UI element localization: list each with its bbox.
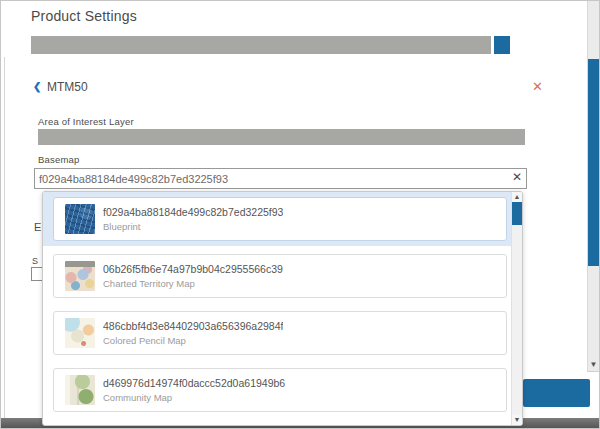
close-icon[interactable]: ✕ [532, 79, 543, 94]
charted-territory-thumbnail [65, 261, 95, 291]
basemap-label: Basemap [38, 154, 80, 165]
basemap-option-community[interactable]: d469976d14974f0daccc52d0a61949b6 Communi… [53, 368, 507, 412]
placeholder-accent-square [494, 36, 510, 54]
basemap-id: f029a4ba88184de499c82b7ed3225f93 [103, 206, 283, 218]
basemap-id: 486cbbf4d3e84402903a656396a2984f [103, 320, 283, 332]
colored-pencil-thumbnail [65, 318, 95, 348]
window-scrollbar: ▼ [587, 1, 599, 372]
basemap-input[interactable] [34, 168, 527, 189]
dropdown-scrollbar: ▲ ▼ [511, 192, 522, 425]
window-scrollbar-thumb[interactable] [588, 59, 599, 266]
basemap-name: Colored Pencil Map [103, 335, 283, 346]
primary-action-button[interactable] [523, 379, 590, 407]
product-settings-window: Product Settings ❮ MTM50 ✕ Area of Inter… [0, 0, 600, 429]
loading-placeholder-bar [31, 36, 491, 54]
basemap-dropdown-list: f029a4ba88184de499c82b7ed3225f93 Bluepri… [42, 191, 523, 426]
basemap-id: d469976d14974f0daccc52d0a61949b6 [103, 377, 285, 389]
obscured-field-label-fragment: E [34, 221, 41, 233]
page-title: Product Settings [31, 8, 137, 24]
aoi-layer-label: Area of Interest Layer [38, 116, 134, 127]
basemap-option-partial[interactable] [53, 425, 507, 426]
basemap-name: Charted Territory Map [103, 278, 283, 289]
aoi-layer-placeholder-bar [38, 129, 525, 145]
basemap-option-charted-territory[interactable]: 06b26f5fb6e74a97b9b04c2955566c39 Charted… [53, 254, 507, 298]
obscured-field-label-fragment: S [32, 256, 38, 266]
basemap-id: 06b26f5fb6e74a97b9b04c2955566c39 [103, 263, 283, 275]
window-scroll-down-icon[interactable]: ▼ [588, 360, 599, 370]
panel-title: MTM50 [47, 80, 88, 94]
back-chevron-icon[interactable]: ❮ [33, 81, 41, 92]
basemap-option-blueprint[interactable]: f029a4ba88184de499c82b7ed3225f93 Bluepri… [53, 197, 507, 241]
blueprint-thumbnail [65, 204, 95, 234]
basemap-name: Blueprint [103, 221, 283, 232]
community-thumbnail [65, 375, 95, 405]
basemap-option-colored-pencil[interactable]: 486cbbf4d3e84402903a656396a2984f Colored… [53, 311, 507, 355]
clear-input-icon[interactable]: ✕ [512, 170, 522, 184]
dropdown-scrollbar-thumb[interactable] [512, 202, 522, 225]
modal-left-border [4, 57, 5, 418]
basemap-name: Community Map [103, 392, 285, 403]
scroll-down-icon[interactable]: ▼ [512, 415, 522, 425]
scroll-up-icon[interactable]: ▲ [512, 192, 522, 202]
